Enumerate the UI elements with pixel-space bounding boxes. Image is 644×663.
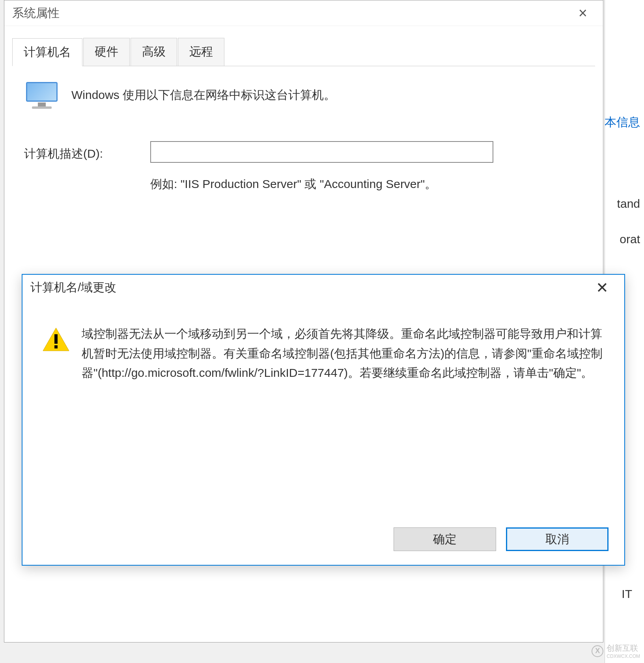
tab-remote[interactable]: 远程: [178, 38, 224, 66]
close-icon[interactable]: ✕: [588, 280, 616, 295]
titlebar: 系统属性 ×: [4, 0, 603, 26]
bg-link-partial[interactable]: 本信息: [605, 114, 640, 130]
tab-advanced[interactable]: 高级: [131, 38, 177, 66]
bg-text-partial-2: orat: [620, 233, 640, 246]
info-text: Windows 使用以下信息在网络中标识这台计算机。: [71, 82, 336, 104]
tab-content: Windows 使用以下信息在网络中标识这台计算机。 计算机描述(D): 例如:…: [12, 66, 595, 209]
modal-message: 域控制器无法从一个域移动到另一个域，必须首先将其降级。重命名此域控制器可能导致用…: [82, 324, 605, 383]
modal-title: 计算机名/域更改: [30, 279, 588, 296]
ok-button[interactable]: 确定: [394, 527, 496, 551]
domain-change-dialog: 计算机名/域更改 ✕ 域控制器无法从一个域移动到另一个域，必须首先将其降级。重命…: [22, 274, 625, 566]
tabs-container: 计算机名 硬件 高级 远程 Windows 使用以下信息在网络中标识这台计算机。…: [4, 26, 603, 209]
watermark: X 创新互联 CDXWCX.COM: [592, 643, 640, 659]
tabs: 计算机名 硬件 高级 远程: [12, 38, 595, 66]
bg-text-partial-1: tand: [617, 197, 640, 210]
svg-rect-1: [54, 334, 58, 344]
description-input[interactable]: [150, 141, 493, 163]
svg-rect-2: [54, 345, 58, 348]
tab-computer-name[interactable]: 计算机名: [12, 38, 82, 66]
modal-buttons: 确定 取消: [394, 527, 609, 551]
bg-text-partial-3: IT: [622, 587, 632, 601]
description-label: 计算机描述(D):: [24, 141, 138, 162]
tab-hardware[interactable]: 硬件: [83, 38, 130, 66]
watermark-icon: X: [592, 645, 603, 657]
warning-icon: [42, 327, 70, 352]
info-row: Windows 使用以下信息在网络中标识这台计算机。: [24, 82, 583, 110]
modal-titlebar: 计算机名/域更改 ✕: [22, 275, 624, 300]
description-row: 计算机描述(D):: [24, 141, 583, 163]
description-hint: 例如: "IIS Production Server" 或 "Accountin…: [150, 175, 493, 194]
modal-body: 域控制器无法从一个域移动到另一个域，必须首先将其降级。重命名此域控制器可能导致用…: [22, 300, 624, 399]
watermark-sub: CDXWCX.COM: [607, 654, 640, 659]
cancel-button[interactable]: 取消: [506, 527, 609, 551]
window-title: 系统属性: [12, 5, 571, 21]
close-icon[interactable]: ×: [571, 6, 595, 20]
computer-icon: [24, 82, 60, 110]
watermark-brand: 创新互联: [607, 644, 638, 652]
